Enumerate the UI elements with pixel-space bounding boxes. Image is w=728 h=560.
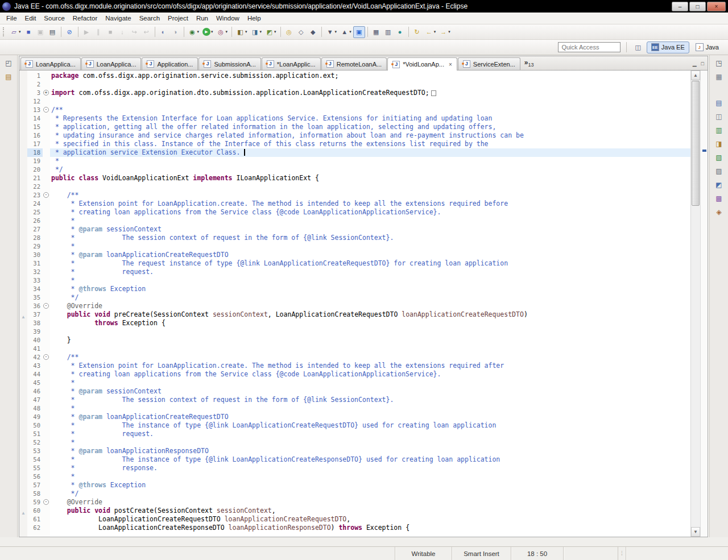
search-button[interactable]: ◎ [283,26,295,38]
line-number[interactable]: 46 [27,387,43,396]
fold-ruler-cell[interactable] [43,157,50,165]
code-line-18[interactable]: 18 * application service Extension Execu… [19,148,690,157]
annotation-ruler-cell[interactable] [19,276,27,285]
annotation-ruler-cell[interactable] [19,379,27,387]
line-number[interactable]: 14 [27,114,43,123]
minimize-window-button[interactable]: – [672,2,688,11]
code-line-text[interactable]: * [50,438,690,447]
annotation-ruler-cell[interactable] [19,131,27,140]
editor-tab-2[interactable]: JLoanApplica... [81,57,142,70]
resume-button[interactable]: ▶ [81,26,93,38]
step-into-button[interactable]: ↓ [117,26,129,38]
vertical-scrollbar[interactable]: ▲ ▼ [690,70,700,537]
perspective-java[interactable]: JJava [691,42,723,53]
dropdown-arrow-icon[interactable]: ▾ [274,30,276,34]
line-number[interactable]: 52 [27,438,43,447]
fold-ruler-cell[interactable] [43,396,50,404]
minimized-view-button-3[interactable]: ▥ [713,125,725,136]
code-line-23[interactable]: 23- /** [19,191,690,200]
annotation-ruler-cell[interactable] [19,217,27,225]
fold-ruler-cell[interactable] [43,507,50,515]
next-annotation-button[interactable]: ▼▾ [324,26,339,38]
code-line-text[interactable] [50,345,690,353]
annotation-ruler-cell[interactable] [19,251,27,259]
code-line-text[interactable]: } [50,336,690,345]
code-line-text[interactable]: LoanApplicationCreateResponseDTO loanApp… [50,524,690,532]
fold-ruler-cell[interactable] [43,379,50,387]
fold-ruler-cell[interactable] [43,387,50,396]
open-perspective-button[interactable]: ◫ [632,43,643,52]
new-wizard-button[interactable]: ▱▾ [8,26,23,38]
line-number[interactable]: 54 [27,455,43,464]
code-line-30[interactable]: 30 * @param loanApplicationCreateRequest… [19,251,690,259]
code-line-text[interactable]: * creating loan applications from the Se… [50,370,690,379]
maximize-editor-icon[interactable]: □ [699,61,706,70]
dropdown-arrow-icon[interactable]: ▾ [197,30,200,34]
restore-right-panel-button[interactable]: ◳ [713,57,725,69]
code-line-21[interactable]: 21public class VoidLoanApplicationExt im… [19,174,690,182]
code-line-text[interactable]: * Extension point for LoanApplication.cr… [50,362,690,370]
fold-ruler-cell[interactable] [43,259,50,268]
annotation-ruler-cell[interactable] [19,148,27,157]
code-line-49[interactable]: 49 * @param loanApplicationCreateRequest… [19,413,690,421]
code-line-text[interactable]: * creating loan applications from the Se… [50,208,690,217]
code-line-58[interactable]: 58 */ [19,490,690,498]
fold-ruler-cell[interactable] [43,114,50,123]
code-line-61[interactable]: 61 LoanApplicationCreateRequestDTO loanA… [19,515,690,524]
code-line-text[interactable]: LoanApplicationCreateRequestDTO loanAppl… [50,515,690,524]
minimized-view-button-7[interactable]: ◩ [713,179,725,190]
menu-item-help[interactable]: Help [243,14,265,23]
line-number[interactable]: 3 [27,89,43,97]
code-line-text[interactable]: @Override [50,498,690,507]
line-number[interactable]: 13 [27,106,43,114]
code-line-53[interactable]: 53 * @param loanApplicationResponseDTO [19,447,690,455]
menu-item-search[interactable]: Search [135,14,164,23]
minimize-editor-icon[interactable]: ▁ [690,61,699,70]
code-line-32[interactable]: 32 * request. [19,268,690,276]
line-number[interactable]: 47 [27,396,43,404]
quick-access-input[interactable] [558,42,621,52]
fold-ruler-cell[interactable] [43,438,50,447]
code-line-text[interactable]: * The session context of request in the … [50,396,690,404]
code-line-text[interactable]: * request. [50,430,690,438]
annotation-ruler-cell[interactable] [19,72,27,80]
fold-ruler-cell[interactable] [43,455,50,464]
annotation-ruler-cell[interactable] [19,200,27,208]
scroll-down-icon[interactable]: ▼ [691,527,700,537]
fold-ruler-cell[interactable] [43,208,50,217]
line-number[interactable]: 44 [27,370,43,379]
line-number[interactable]: 42 [27,353,43,362]
code-line-text[interactable]: * Represents the Extension Interface for… [50,114,690,123]
code-line-55[interactable]: 55 * response. [19,464,690,472]
annotation-ruler-cell[interactable] [19,106,27,114]
code-line-text[interactable]: public class VoidLoanApplicationExt impl… [50,174,690,182]
code-line-text[interactable]: * @param sessionContext [50,225,690,234]
fold-ruler-cell[interactable] [43,413,50,421]
previous-annotation-button[interactable]: ▲▾ [338,26,353,38]
perspective-java-ee[interactable]: EEJava EE [647,42,689,53]
scroll-up-icon[interactable]: ▲ [691,70,700,80]
new-servlet-button[interactable]: ◨▾ [249,26,264,38]
insert-mode-status[interactable]: Smart Insert [452,547,511,560]
code-line-47[interactable]: 47 * The session context of request in t… [19,396,690,404]
line-number[interactable]: 37 [27,310,43,319]
annotation-ruler-cell[interactable] [19,225,27,234]
line-number[interactable]: 57 [27,481,43,490]
annotation-ruler-cell[interactable] [19,481,27,490]
line-number[interactable]: 33 [27,276,43,285]
code-line-text[interactable] [50,80,690,89]
code-line-2[interactable]: 2 [19,80,690,89]
fold-ruler-cell[interactable] [43,310,50,319]
code-line-12[interactable]: 12 [19,97,690,106]
annotation-ruler-cell[interactable] [19,293,27,302]
minimized-view-button-9[interactable]: ◈ [713,206,725,218]
fold-ruler-cell[interactable] [43,276,50,285]
line-number[interactable]: 45 [27,379,43,387]
editor-tab-1[interactable]: JLoanApplica... [20,57,81,70]
code-line-39[interactable]: 39 [19,327,690,336]
annotation-ruler-cell[interactable] [19,327,27,336]
fold-ruler-cell[interactable] [43,447,50,455]
annotation-ruler-cell[interactable] [19,430,27,438]
fold-ruler-cell[interactable] [43,362,50,370]
code-line-35[interactable]: 35 */ [19,293,690,302]
